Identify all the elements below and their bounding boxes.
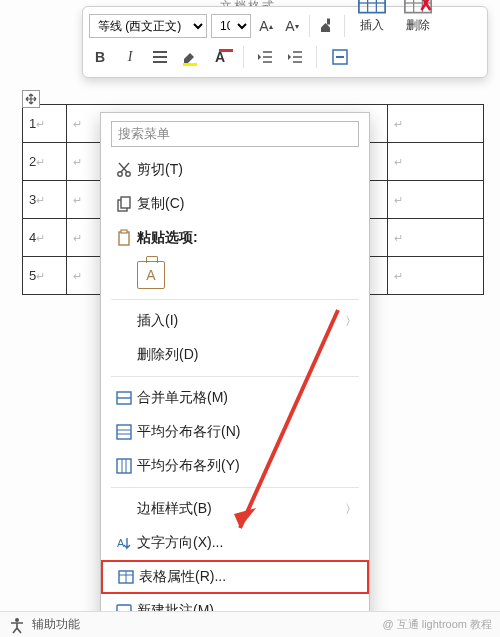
menu-insert[interactable]: 插入(I) 〉 [101, 304, 369, 338]
menu-copy[interactable]: 复制(C) [101, 187, 369, 221]
bold-button[interactable]: B [89, 46, 111, 68]
menu-distribute-rows[interactable]: 平均分布各行(N) [101, 415, 369, 449]
table-delete-icon [404, 0, 432, 15]
menu-paste-options: 粘贴选项: [101, 221, 369, 255]
distribute-rows-icon [111, 423, 137, 441]
insert-table-button[interactable]: 插入 [351, 0, 393, 42]
font-color-swatch [219, 49, 233, 52]
menu-paste-option-a[interactable]: A [101, 255, 369, 295]
search-placeholder: 搜索菜单 [118, 125, 170, 143]
menu-delete-column[interactable]: 删除列(D) [101, 338, 369, 372]
watermark-text: @ 互通 lightroom 教程 [382, 617, 492, 632]
highlighter-icon [181, 48, 199, 66]
font-name-combo[interactable]: 等线 (西文正文) [89, 14, 207, 38]
svg-rect-22 [117, 425, 131, 439]
outdent-icon [256, 48, 274, 66]
clipboard-icon [111, 229, 137, 247]
menu-text-direction[interactable]: A 文字方向(X)... [101, 526, 369, 560]
separator [243, 46, 244, 68]
menu-table-properties[interactable]: 表格属性(R)... [101, 560, 369, 594]
table-properties-icon [113, 568, 139, 586]
context-menu: 搜索菜单 剪切(T) 复制(C) 粘贴选项: A 插入(I) 〉 删除列(D) [100, 112, 370, 633]
svg-rect-0 [327, 19, 330, 25]
status-bar: 辅助功能 @ 互通 lightroom 教程 [0, 611, 500, 637]
accessibility-label[interactable]: 辅助功能 [32, 616, 80, 633]
italic-button[interactable]: I [119, 46, 141, 68]
indent-icon [286, 48, 304, 66]
menu-border-style[interactable]: 边框样式(B) 〉 [101, 492, 369, 526]
increase-font-button[interactable]: A▴ [255, 15, 277, 37]
indent-decrease-button[interactable] [254, 46, 276, 68]
svg-rect-25 [117, 459, 131, 473]
format-painter-button[interactable] [316, 15, 338, 37]
chevron-right-icon: 〉 [345, 501, 357, 518]
svg-text:A: A [117, 537, 125, 549]
insert-label: 插入 [360, 17, 384, 34]
menu-cut[interactable]: 剪切(T) [101, 153, 369, 187]
merge-cells-icon [111, 389, 137, 407]
svg-point-15 [126, 172, 130, 176]
decrease-font-button[interactable]: A▾ [281, 15, 303, 37]
cell-align-icon [331, 48, 349, 66]
table-move-handle[interactable] [22, 90, 40, 108]
paste-keep-text-icon: A [137, 261, 165, 289]
svg-rect-17 [121, 197, 130, 208]
copy-icon [111, 195, 137, 213]
font-size-combo[interactable]: 10 [211, 14, 251, 38]
svg-point-14 [118, 172, 122, 176]
separator [316, 46, 317, 68]
menu-distribute-cols[interactable]: 平均分布各列(Y) [101, 449, 369, 483]
menu-separator [111, 376, 359, 377]
svg-rect-19 [121, 230, 127, 233]
menu-separator [111, 487, 359, 488]
svg-rect-11 [183, 63, 197, 66]
chevron-right-icon: 〉 [345, 313, 357, 330]
svg-rect-18 [119, 232, 129, 245]
menu-separator [111, 299, 359, 300]
distribute-cols-icon [111, 457, 137, 475]
accessibility-icon [8, 616, 26, 634]
delete-table-button[interactable]: 删除 [397, 0, 439, 42]
svg-rect-1 [359, 0, 385, 12]
delete-label: 删除 [406, 17, 430, 34]
separator [344, 15, 345, 37]
highlight-color-button[interactable] [179, 46, 201, 68]
menu-search-input[interactable]: 搜索菜单 [111, 121, 359, 147]
mini-toolbar: 等线 (西文正文) 10 A▴ A▾ 插入 [82, 6, 488, 78]
cell-align-button[interactable] [327, 46, 353, 68]
svg-rect-13 [336, 56, 344, 58]
separator [309, 15, 310, 37]
brush-icon [318, 17, 336, 35]
indent-increase-button[interactable] [284, 46, 306, 68]
text-direction-icon: A [111, 534, 137, 552]
move-icon [25, 93, 37, 105]
menu-merge-cells[interactable]: 合并单元格(M) [101, 381, 369, 415]
align-icon [151, 48, 169, 66]
scissors-icon [111, 161, 137, 179]
align-button[interactable] [149, 46, 171, 68]
table-grid-icon [358, 0, 386, 15]
svg-point-35 [15, 618, 19, 622]
